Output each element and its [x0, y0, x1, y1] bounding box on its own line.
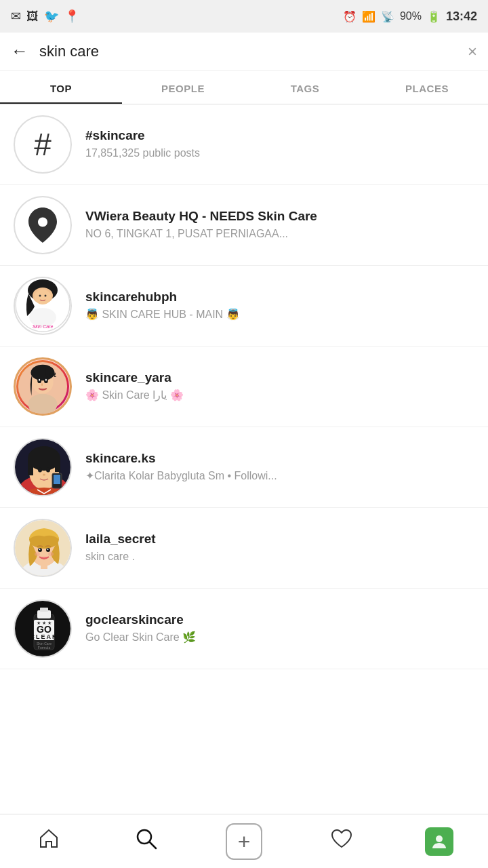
svg-point-53 — [436, 835, 443, 842]
svg-point-14 — [39, 379, 40, 381]
tab-places[interactable]: PLACES — [366, 71, 488, 104]
result-title: #skincare — [85, 128, 474, 143]
nav-search[interactable] — [119, 821, 174, 862]
result-text-skincarehubph: skincarehubph 👼 SKIN CARE HUB - MAIN 👼 — [85, 290, 474, 322]
image-icon: 🖼 — [26, 9, 39, 24]
list-item[interactable]: ★ ★ ★ GO CLEAR Skin Care Formula goclear… — [0, 589, 488, 669]
avatar-skincare-yara: يارا — [14, 357, 72, 416]
svg-text:Skin Care: Skin Care — [33, 324, 54, 329]
svg-point-34 — [38, 548, 42, 552]
foursquare-icon: 📍 — [64, 9, 79, 24]
svg-rect-43 — [40, 608, 48, 612]
list-item[interactable]: VWiera Beauty HQ - NEEDS Skin Care NO 6,… — [0, 185, 488, 266]
list-item[interactable]: skincare.ks ✦Clarita Kolar Babygluta Sm … — [0, 427, 488, 508]
result-text-goclear-skincare: goclearskincare Go Clear Skin Care 🌿 — [85, 612, 474, 645]
search-icon — [135, 827, 158, 855]
heart-icon — [331, 829, 352, 854]
status-bar: ✉ 🖼 🐦 📍 ⏰ 📶 📡 90% 🔋 13:42 — [0, 0, 488, 33]
svg-point-26 — [43, 474, 45, 476]
back-button[interactable]: ← — [11, 41, 28, 62]
status-left-icons: ✉ 🖼 🐦 📍 — [11, 9, 79, 24]
svg-point-39 — [48, 552, 54, 556]
list-item[interactable]: laila_secret skin care . — [0, 508, 488, 589]
status-right-area: ⏰ 📶 📡 90% 🔋 13:42 — [343, 9, 477, 24]
result-subtitle: skin care . — [85, 549, 474, 564]
list-item[interactable]: # #skincare 17,851,325 public posts — [0, 104, 488, 185]
tab-tags[interactable]: TAGS — [244, 71, 366, 104]
battery-text: 90% — [400, 10, 422, 22]
svg-line-51 — [150, 842, 156, 848]
list-item[interactable]: يارا skincare_yara 🌸 Skin Care يارا 🌸 — [0, 347, 488, 427]
result-subtitle: ✦Clarita Kolar Babygluta Sm • Followi... — [85, 469, 474, 484]
result-title: laila_secret — [85, 532, 474, 547]
result-title: skincare_yara — [85, 370, 474, 385]
result-title: goclearskincare — [85, 612, 474, 627]
svg-rect-28 — [54, 475, 60, 484]
svg-point-15 — [45, 379, 47, 381]
avatar-goclear-skincare: ★ ★ ★ GO CLEAR Skin Care Formula — [14, 599, 72, 658]
tab-people[interactable]: PEOPLE — [122, 71, 244, 104]
battery-icon: 🔋 — [427, 10, 441, 23]
result-title: skincarehubph — [85, 290, 474, 304]
location-icon — [14, 196, 72, 254]
svg-text:CLEAR: CLEAR — [30, 633, 58, 640]
nav-activity[interactable] — [314, 821, 369, 862]
home-icon — [38, 828, 60, 854]
result-subtitle: 17,851,325 public posts — [85, 146, 474, 161]
result-subtitle: NO 6, TINGKAT 1, PUSAT PERNIAGAA... — [85, 226, 474, 241]
svg-point-5 — [45, 295, 47, 297]
svg-text:Formula: Formula — [38, 646, 51, 650]
clear-button[interactable]: × — [468, 42, 477, 61]
result-text-skincare: #skincare 17,851,325 public posts — [85, 128, 474, 161]
list-item[interactable]: Skin Care skincarehubph 👼 SKIN CARE HUB … — [0, 266, 488, 347]
svg-text:يارا: يارا — [44, 368, 56, 378]
svg-point-24 — [38, 468, 42, 473]
svg-point-3 — [35, 290, 51, 304]
search-bar: ← skin care × — [0, 33, 488, 71]
nav-add[interactable]: + — [217, 821, 271, 862]
status-time: 13:42 — [446, 9, 477, 24]
svg-point-36 — [39, 549, 41, 550]
results-list: # #skincare 17,851,325 public posts VWie… — [0, 104, 488, 669]
svg-point-17 — [28, 394, 58, 414]
svg-point-25 — [46, 468, 50, 473]
result-text-skincare-ks: skincare.ks ✦Clarita Kolar Babygluta Sm … — [85, 451, 474, 484]
result-subtitle: Go Clear Skin Care 🌿 — [85, 630, 474, 645]
bottom-nav: + — [0, 814, 488, 868]
avatar-skincare-ks — [14, 438, 72, 496]
svg-rect-22 — [28, 458, 33, 475]
svg-rect-23 — [55, 458, 60, 472]
result-title: skincare.ks — [85, 451, 474, 466]
result-subtitle: 🌸 Skin Care يارا 🌸 — [85, 388, 474, 403]
result-text-laila-secret: laila_secret skin care . — [85, 532, 474, 564]
avatar-skincarehubph: Skin Care — [14, 277, 72, 335]
avatar-laila-secret — [14, 519, 72, 577]
result-title: VWiera Beauty HQ - NEEDS Skin Care — [85, 209, 474, 224]
twitter-icon: 🐦 — [44, 9, 59, 24]
result-subtitle: 👼 SKIN CARE HUB - MAIN 👼 — [85, 307, 474, 322]
nav-profile[interactable] — [412, 821, 466, 862]
add-button[interactable]: + — [226, 823, 262, 860]
profile-icon — [425, 827, 453, 856]
search-query: skin care — [39, 43, 457, 60]
signal-icon: 📡 — [381, 10, 394, 23]
tab-top[interactable]: TOP — [0, 71, 122, 104]
nav-home[interactable] — [22, 821, 76, 862]
svg-point-35 — [46, 548, 50, 552]
svg-point-4 — [39, 295, 41, 297]
result-text-vwiera: VWiera Beauty HQ - NEEDS Skin Care NO 6,… — [85, 209, 474, 241]
alarm-icon: ⏰ — [343, 10, 357, 23]
email-icon: ✉ — [11, 9, 21, 24]
wifi-icon: 📶 — [362, 10, 375, 23]
result-text-skincare-yara: skincare_yara 🌸 Skin Care يارا 🌸 — [85, 370, 474, 403]
svg-point-38 — [35, 552, 40, 556]
svg-point-50 — [138, 830, 151, 844]
svg-point-37 — [47, 549, 49, 550]
search-tabs: TOP PEOPLE TAGS PLACES — [0, 71, 488, 104]
hashtag-icon: # — [14, 115, 72, 174]
